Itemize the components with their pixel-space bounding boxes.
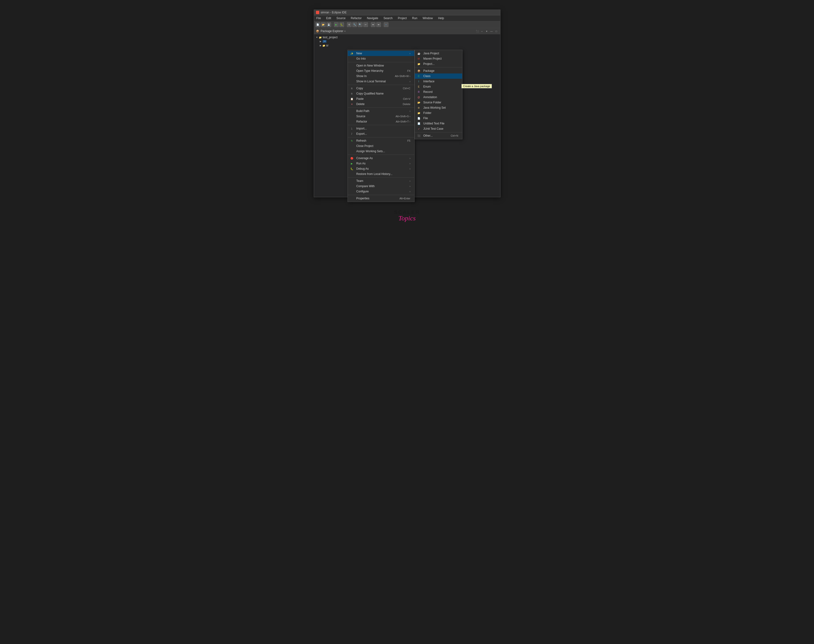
tb-save-button[interactable]: 💾 bbox=[327, 22, 331, 27]
tree-jr[interactable]: ▶ JR bbox=[314, 40, 500, 43]
submenu-project[interactable]: 📁 Project... bbox=[415, 61, 462, 66]
package-icon: 📦 bbox=[417, 69, 421, 73]
ctx-coverage[interactable]: 🔴 Coverage As › bbox=[348, 156, 414, 161]
tb-btn4[interactable]: 🔧 bbox=[352, 22, 357, 27]
ctx-refresh[interactable]: ↻ Refresh F5 bbox=[348, 138, 414, 143]
ctx-source[interactable]: Source Alt+Shift+S › bbox=[348, 113, 414, 119]
menu-project[interactable]: Project bbox=[397, 16, 408, 20]
tb-open-button[interactable]: 📂 bbox=[321, 22, 326, 27]
ctx-configure[interactable]: Configure › bbox=[348, 189, 414, 194]
ctx-export-label: Export... bbox=[356, 132, 367, 135]
menu-search[interactable]: Search bbox=[382, 16, 394, 20]
ctx-goto[interactable]: Go Into bbox=[348, 56, 414, 61]
ctx-paste[interactable]: 📋 Paste Ctrl+V bbox=[348, 96, 414, 101]
explorer-sync-btn[interactable]: ↔ bbox=[480, 29, 484, 33]
explorer-min-btn[interactable]: — bbox=[490, 29, 494, 33]
menu-source[interactable]: Source bbox=[336, 16, 346, 20]
ctx-properties[interactable]: Properties Alt+Enter bbox=[348, 196, 414, 201]
ctx-show-in[interactable]: Show In Alt+Shift+W › bbox=[348, 74, 414, 79]
menu-file[interactable]: File bbox=[316, 16, 322, 20]
ctx-new-label: New bbox=[356, 52, 362, 55]
ctx-configure-label: Configure bbox=[356, 190, 369, 193]
explorer-collapse-btn[interactable]: ⬛ bbox=[475, 29, 479, 33]
explorer-actions: ⬛ ↔ ▾ — □ bbox=[475, 29, 498, 33]
menu-help[interactable]: Help bbox=[437, 16, 445, 20]
ctx-build-path[interactable]: Build Path › bbox=[348, 109, 414, 113]
ctx-show-in-label: Show In bbox=[356, 74, 367, 78]
tb-btn5[interactable]: 🔍 bbox=[358, 22, 363, 27]
explorer-tab-close[interactable]: × bbox=[344, 30, 346, 32]
ctx-delete-shortcut: Delete bbox=[403, 103, 411, 106]
tb-btn7[interactable]: ⬅ bbox=[371, 22, 376, 27]
submenu-java-project[interactable]: ☕ Java Project bbox=[415, 51, 462, 56]
sep6 bbox=[348, 155, 414, 155]
ctx-team[interactable]: Team › bbox=[348, 178, 414, 184]
ctx-debug-as[interactable]: 🐛 Debug As › bbox=[348, 166, 414, 171]
submenu-junit[interactable]: ✓ JUnit Test Case bbox=[415, 126, 462, 131]
menu-window[interactable]: Window bbox=[422, 16, 434, 20]
tb-debug-button[interactable]: 🐛 bbox=[339, 22, 344, 27]
project-icon: 📁 bbox=[417, 62, 421, 66]
ctx-team-label: Team bbox=[356, 179, 363, 182]
tb-btn9[interactable]: ▪ bbox=[384, 22, 388, 27]
submenu-other[interactable]: ⬛ Other... Ctrl+N bbox=[415, 133, 462, 138]
submenu-folder[interactable]: 📁 Folder bbox=[415, 110, 462, 116]
ctx-type-hierarchy[interactable]: Open Type Hierarchy F4 bbox=[348, 68, 414, 74]
submenu-package[interactable]: 📦 Package bbox=[415, 68, 462, 74]
ctx-refresh-shortcut: F5 bbox=[407, 139, 411, 142]
sr-icon: 📁 bbox=[322, 44, 325, 47]
menu-refactor[interactable]: Refactor bbox=[350, 16, 363, 20]
ctx-restore-history[interactable]: Restore from Local History... bbox=[348, 171, 414, 176]
ctx-local-terminal[interactable]: Show in Local Terminal › bbox=[348, 79, 414, 84]
configure-icon bbox=[350, 189, 354, 193]
explorer-tab-label: Package Explorer bbox=[321, 29, 343, 33]
new-submenu: ☕ Java Project M Maven Project 📁 Project… bbox=[414, 50, 462, 139]
ctx-run-as[interactable]: ▶ Run As › bbox=[348, 161, 414, 166]
tree-sr[interactable]: ▶ 📁 sr bbox=[314, 43, 500, 48]
menu-navigate[interactable]: Navigate bbox=[366, 16, 379, 20]
submenu-class[interactable]: C Class bbox=[415, 74, 462, 79]
ctx-import[interactable]: ⤵ Import... bbox=[348, 126, 414, 131]
submenu-interface[interactable]: I Interface bbox=[415, 79, 462, 84]
menu-edit[interactable]: Edit bbox=[325, 16, 332, 20]
submenu-annotation[interactable]: @ Annotation bbox=[415, 95, 462, 100]
debug-as-icon: 🐛 bbox=[350, 167, 354, 171]
tb-btn6[interactable]: ↩ bbox=[363, 22, 368, 27]
tree-project-label: test_project bbox=[323, 36, 337, 39]
ctx-delete[interactable]: ✕ Delete Delete bbox=[348, 101, 414, 107]
submenu-text-file[interactable]: 📃 Untitled Text File bbox=[415, 121, 462, 126]
ctx-export[interactable]: ⤴ Export... bbox=[348, 131, 414, 136]
ctx-copy-qualified[interactable]: ⎘ Copy Qualified Name bbox=[348, 91, 414, 96]
ctx-close-project[interactable]: Close Project bbox=[348, 143, 414, 149]
tb-btn3[interactable]: ⚙ bbox=[347, 22, 352, 27]
coverage-icon: 🔴 bbox=[350, 156, 354, 160]
ctx-build-path-arrow: › bbox=[409, 110, 410, 112]
submenu-record[interactable]: R Record bbox=[415, 89, 462, 95]
ctx-compare-with[interactable]: Compare With › bbox=[348, 184, 414, 189]
explorer-max-btn[interactable]: □ bbox=[495, 29, 498, 33]
submenu-java-working-set[interactable]: ⚙ Java Working Set bbox=[415, 105, 462, 110]
menu-run[interactable]: Run bbox=[411, 16, 418, 20]
tree-project[interactable]: ▼ 📁 test_project bbox=[314, 35, 500, 40]
tb-run-button[interactable]: ▶ bbox=[334, 22, 339, 27]
submenu-record-label: Record bbox=[423, 90, 433, 94]
ctx-source-label: Source bbox=[356, 115, 365, 118]
main-context-menu: ✨ New › Go Into Open in New Window Open … bbox=[348, 50, 414, 202]
project-icon: 📁 bbox=[319, 36, 322, 39]
ctx-assign-working-sets[interactable]: Assign Working Sets... bbox=[348, 149, 414, 154]
submenu-file-label: File bbox=[423, 117, 428, 120]
submenu-file[interactable]: 📄 File bbox=[415, 116, 462, 121]
ctx-open-new-window[interactable]: Open in New Window bbox=[348, 63, 414, 68]
submenu-maven-project[interactable]: M Maven Project bbox=[415, 56, 462, 61]
eclipse-icon bbox=[316, 11, 319, 14]
submenu-enum[interactable]: E Enum bbox=[415, 84, 462, 89]
tb-new-button[interactable]: 📄 bbox=[316, 22, 320, 27]
file-icon: 📄 bbox=[417, 116, 421, 120]
ctx-copy[interactable]: ⎘ Copy Ctrl+C bbox=[348, 86, 414, 91]
ctx-new[interactable]: ✨ New › bbox=[348, 51, 414, 56]
ctx-refactor[interactable]: Refactor Alt+Shift+T › bbox=[348, 119, 414, 124]
tb-btn8[interactable]: ➡ bbox=[376, 22, 381, 27]
submenu-source-folder[interactable]: 📂 Source Folder bbox=[415, 100, 462, 105]
submenu-package-label: Package bbox=[423, 69, 435, 72]
explorer-menu-btn[interactable]: ▾ bbox=[485, 29, 489, 33]
